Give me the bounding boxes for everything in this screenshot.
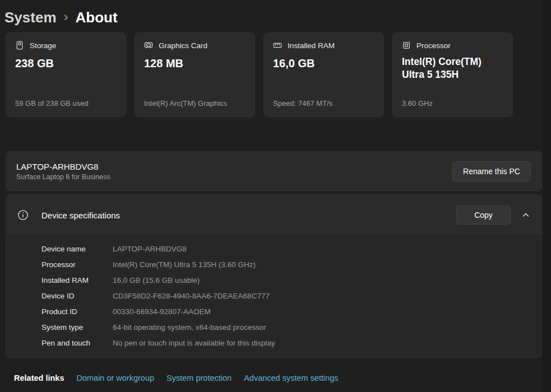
processor-icon xyxy=(402,41,411,50)
spec-value: No pen or touch input is available for t… xyxy=(113,339,275,347)
spec-value: 00330-66934-92807-AAOEM xyxy=(113,307,211,316)
card-value: 128 MB xyxy=(144,57,247,71)
link-system-protection[interactable]: System protection xyxy=(166,374,231,382)
spec-label: Processor xyxy=(41,260,113,269)
spec-row: Pen and touch No pen or touch input is a… xyxy=(41,335,530,351)
spec-label: Device name xyxy=(41,245,113,253)
card-title: Graphics Card xyxy=(159,41,207,50)
chevron-right-icon: › xyxy=(64,9,68,26)
card-caption: 3.60 GHz xyxy=(402,99,504,108)
spec-value: Intel(R) Core(TM) Ultra 5 135H (3.60 GHz… xyxy=(113,260,256,269)
device-model: Surface Laptop 6 for Business xyxy=(16,173,452,181)
device-specifications-header[interactable]: Device specifications Copy xyxy=(6,195,541,235)
spec-label: Device ID xyxy=(41,292,113,300)
spec-row: System type 64-bit operating system, x64… xyxy=(41,319,530,335)
spec-label: System type xyxy=(41,323,113,332)
spec-label: Product ID xyxy=(41,307,113,316)
graphics-card-card: Graphics Card 128 MB Intel(R) Arc(TM) Gr… xyxy=(135,32,255,117)
summary-cards: Storage 238 GB 59 GB of 238 GB used Grap… xyxy=(6,32,551,117)
card-caption: Intel(R) Arc(TM) Graphics xyxy=(144,99,247,108)
spec-value: LAPTOP-ARHBDVG8 xyxy=(113,245,187,253)
card-value: Intel(R) Core(TM) Ultra 5 135H xyxy=(402,55,504,81)
card-title: Storage xyxy=(30,41,56,50)
spec-value: CD3F58D2-F628-4940-8AA6-7DEAEA68C777 xyxy=(113,292,270,300)
card-value: 238 GB xyxy=(15,57,118,71)
spec-value: 16,0 GB (15,6 GB usable) xyxy=(113,276,200,284)
device-specifications-body: Device name LAPTOP-ARHBDVG8 Processor In… xyxy=(6,235,541,357)
device-name-panel: LAPTOP-ARHBDVG8 Surface Laptop 6 for Bus… xyxy=(6,151,542,191)
link-advanced-system-settings[interactable]: Advanced system settings xyxy=(244,374,338,382)
device-specifications-title: Device specifications xyxy=(41,211,456,220)
spec-row: Installed RAM 16,0 GB (15,6 GB usable) xyxy=(41,272,530,288)
chevron-up-icon[interactable] xyxy=(521,211,530,220)
window-edge-gutter xyxy=(543,0,551,392)
link-domain-or-workgroup[interactable]: Domain or workgroup xyxy=(76,374,154,382)
breadcrumb: System › About xyxy=(0,0,551,32)
device-specifications-panel: Device specifications Copy Device name L… xyxy=(6,194,542,358)
page-title: About xyxy=(76,9,118,26)
spec-row: Device name LAPTOP-ARHBDVG8 xyxy=(41,241,530,256)
related-links: Related links Domain or workgroup System… xyxy=(14,374,551,382)
processor-card: Processor Intel(R) Core(TM) Ultra 5 135H… xyxy=(392,32,513,117)
graphics-card-icon xyxy=(144,41,153,50)
storage-icon xyxy=(15,41,24,50)
storage-card: Storage 238 GB 59 GB of 238 GB used xyxy=(6,32,126,117)
copy-button[interactable]: Copy xyxy=(456,206,511,225)
spec-label: Installed RAM xyxy=(41,276,113,284)
installed-ram-card: Installed RAM 16,0 GB Speed: 7467 MT/s xyxy=(263,32,384,117)
related-links-title: Related links xyxy=(14,374,64,382)
rename-pc-button[interactable]: Rename this PC xyxy=(452,161,531,181)
card-title: Installed RAM xyxy=(288,41,335,50)
card-caption: 59 GB of 238 GB used xyxy=(15,99,118,108)
spec-row: Processor Intel(R) Core(TM) Ultra 5 135H… xyxy=(41,256,530,272)
breadcrumb-system[interactable]: System xyxy=(4,9,57,26)
device-name: LAPTOP-ARHBDVG8 xyxy=(16,162,452,171)
spec-row: Product ID 00330-66934-92807-AAOEM xyxy=(41,304,530,319)
spec-value: 64-bit operating system, x64-based proce… xyxy=(113,323,266,332)
spec-label: Pen and touch xyxy=(41,339,113,347)
spec-row: Device ID CD3F58D2-F628-4940-8AA6-7DEAEA… xyxy=(41,288,530,304)
ram-icon xyxy=(273,41,282,50)
card-value: 16,0 GB xyxy=(273,57,376,71)
info-icon xyxy=(17,209,29,221)
card-caption: Speed: 7467 MT/s xyxy=(273,99,376,108)
card-title: Processor xyxy=(416,41,451,50)
